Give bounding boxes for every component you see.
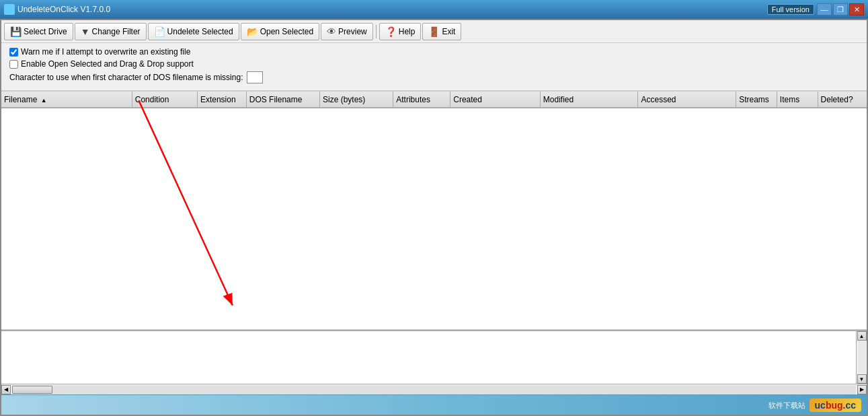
col-dos-filename[interactable]: DOS Filename [246,92,319,108]
toolbar: 💾 Select Drive ▼ Change Filter 📄 Undelet… [1,20,867,43]
version-badge: Full version [767,4,814,15]
undelete-selected-button[interactable]: 📄 Undelete Selected [148,23,239,40]
undelete-icon: 📄 [154,26,165,37]
filter-icon: ▼ [81,26,90,37]
close-button[interactable]: ✕ [849,3,864,15]
watermark: 软件下载站 ucbug.cc [763,396,867,415]
sort-arrow-filename: ▲ [41,97,47,104]
change-filter-button[interactable]: ▼ Change Filter [75,23,147,40]
enable-open-drag-row: Enable Open Selected and Drag & Drop sup… [9,59,859,69]
app-title: UndeleteOnClick V1.7.0.0 [17,5,767,14]
preview-button[interactable]: 👁 Preview [321,23,373,40]
exit-button[interactable]: 🚪 Exit [422,23,461,40]
col-modified[interactable]: Modified [540,92,638,108]
exit-icon: 🚪 [428,26,440,37]
drive-icon: 💾 [10,26,22,37]
watermark-logo: ucbug.cc [815,400,856,411]
col-condition[interactable]: Condition [132,92,197,108]
scroll-right-button[interactable]: ▶ [857,385,867,394]
col-deleted[interactable]: Deleted? [818,92,867,108]
enable-open-drag-checkbox[interactable] [9,60,18,69]
enable-open-drag-label[interactable]: Enable Open Selected and Drag & Drop sup… [9,59,194,69]
status-bar: 软件下载站 ucbug.cc [1,394,867,415]
col-created[interactable]: Created [450,92,541,108]
vertical-scrollbar[interactable]: ▲ ▼ [856,331,867,384]
main-window: 💾 Select Drive ▼ Change Filter 📄 Undelet… [0,19,868,416]
char-missing-row: Character to use when first character of… [9,71,859,83]
scroll-track [12,385,856,394]
col-attributes[interactable]: Attributes [393,92,450,108]
scroll-down-button[interactable]: ▼ [857,374,867,384]
col-extension[interactable]: Extension [197,92,246,108]
minimize-button[interactable]: — [817,3,832,15]
open-icon: 📂 [247,26,258,37]
col-items[interactable]: Items [777,92,818,108]
watermark-chinese: 软件下载站 [768,401,805,411]
scroll-left-button[interactable]: ◀ [1,385,11,394]
help-button[interactable]: ❓ Help [379,23,422,40]
horizontal-scrollbar[interactable]: ◀ ▶ [1,384,867,394]
maximize-button[interactable]: ❐ [833,3,848,15]
col-accessed[interactable]: Accessed [638,92,736,108]
col-size[interactable]: Size (bytes) [319,92,393,108]
open-selected-button[interactable]: 📂 Open Selected [241,23,319,40]
help-icon: ❓ [385,26,397,37]
char-missing-input[interactable] [247,71,263,83]
scroll-up-button[interactable]: ▲ [857,331,867,341]
scroll-thumb[interactable] [12,386,52,394]
red-arrow-annotation [1,92,867,329]
warn-overwrite-label[interactable]: Warn me if I attempt to overwrite an exi… [9,47,190,57]
file-table: Filename ▲ Condition Extension DOS Filen… [1,92,867,108]
title-bar: UndeleteOnClick V1.7.0.0 Full version — … [0,0,868,19]
toolbar-separator [376,25,377,38]
col-filename[interactable]: Filename ▲ [1,92,132,108]
preview-icon: 👁 [327,26,336,37]
svg-line-1 [139,100,233,305]
col-streams[interactable]: Streams [736,92,777,108]
window-controls: — ❐ ✕ [817,3,864,15]
select-drive-button[interactable]: 💾 Select Drive [4,23,73,40]
bottom-panel: ▲ ▼ [1,330,867,384]
options-area: Warn me if I attempt to overwrite an exi… [1,43,867,91]
warn-overwrite-row: Warn me if I attempt to overwrite an exi… [9,47,859,57]
char-missing-label: Character to use when first character of… [9,73,243,82]
warn-overwrite-checkbox[interactable] [9,48,18,57]
table-header-row: Filename ▲ Condition Extension DOS Filen… [1,92,867,108]
app-icon [4,4,15,15]
file-table-container: Filename ▲ Condition Extension DOS Filen… [1,91,867,330]
